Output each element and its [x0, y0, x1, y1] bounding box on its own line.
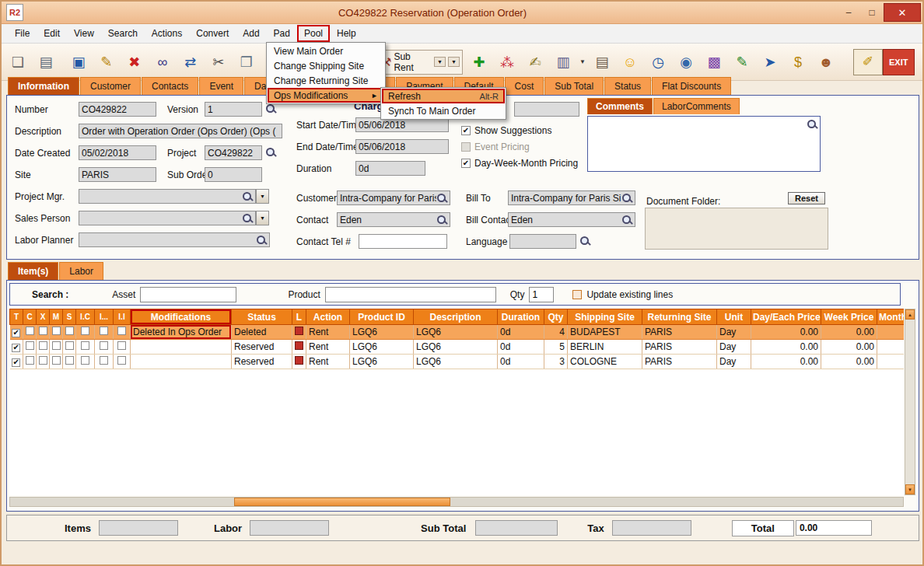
cell-check-s[interactable]: [63, 355, 76, 369]
checkbox-icon[interactable]: [81, 356, 89, 365]
checkbox-icon[interactable]: [461, 142, 471, 152]
checkbox-icon[interactable]: [52, 327, 61, 335]
day-week-month-pricing-checkbox[interactable]: ✔Day-Week-Month Pricing: [461, 155, 578, 171]
cell-status[interactable]: Reserved: [232, 355, 292, 369]
tab-sub-total[interactable]: Sub Total: [544, 77, 604, 95]
cell-description[interactable]: LGQ6: [414, 325, 498, 340]
cell-check-c[interactable]: [23, 355, 37, 369]
bill-contact-field[interactable]: Eden: [508, 212, 635, 227]
table-row[interactable]: ✔ReservedRentLGQ6LGQ60d5BERLINPARISDay0.…: [10, 340, 905, 355]
project-search-icon[interactable]: [265, 147, 276, 158]
menu-edit[interactable]: Edit: [37, 25, 67, 42]
table-row[interactable]: ✔Deleted In Ops OrderDeletedRentLGQ6LGQ6…: [10, 325, 905, 340]
cell-description[interactable]: LGQ6: [414, 355, 498, 369]
wand-button[interactable]: ✐: [853, 49, 883, 75]
scroll-down-icon[interactable]: ▼: [905, 484, 915, 494]
checkbox-icon[interactable]: [81, 341, 89, 350]
tab-item-s[interactable]: Item(s): [8, 262, 58, 280]
cell-month-price[interactable]: [877, 325, 905, 340]
cell-qty[interactable]: 4: [544, 325, 568, 340]
cell-action[interactable]: Rent: [306, 325, 350, 340]
labor-planner-field[interactable]: [79, 232, 270, 247]
cell-check-i-c[interactable]: [76, 355, 95, 369]
comments-search-icon[interactable]: [807, 119, 817, 130]
cell-check-m[interactable]: [50, 340, 63, 355]
copy-button[interactable]: ❐: [233, 49, 260, 75]
people-button[interactable]: ☻: [813, 49, 839, 75]
cell-day-each-price[interactable]: 0.00: [751, 355, 821, 369]
cell-check-t[interactable]: ✔: [10, 325, 23, 340]
checkbox-icon[interactable]: [65, 341, 74, 350]
cell-check-x[interactable]: [37, 355, 50, 369]
checkbox-icon[interactable]: [100, 341, 108, 350]
cards-dropdown-button[interactable]: ▼: [578, 49, 587, 75]
menu-item-ops-modifications[interactable]: Ops Modifications►: [268, 88, 384, 103]
menu-item-change-shipping-site[interactable]: Change Shipping Site: [268, 58, 384, 73]
cell-status[interactable]: Deleted: [232, 325, 292, 340]
cell-returning-site[interactable]: PARIS: [642, 340, 717, 355]
print-button[interactable]: ▤: [33, 49, 59, 75]
cell-description[interactable]: LGQ6: [414, 340, 498, 355]
cell-check-i-c[interactable]: [76, 340, 95, 355]
checkbox-icon[interactable]: [117, 327, 126, 335]
col-week-price[interactable]: Week Price: [821, 309, 877, 325]
cell-check-x[interactable]: [37, 340, 50, 355]
menu-pad[interactable]: Pad: [267, 25, 297, 42]
cell-unit[interactable]: Day: [717, 355, 751, 369]
checkbox-icon[interactable]: [52, 356, 61, 365]
contact-search-icon[interactable]: [436, 215, 447, 225]
col-i-c[interactable]: I.C: [76, 309, 95, 325]
col-action[interactable]: Action: [306, 309, 350, 325]
cell-check-i[interactable]: [95, 355, 114, 369]
checkbox-icon[interactable]: [117, 341, 126, 350]
checkbox-icon[interactable]: [26, 356, 34, 365]
reset-button[interactable]: Reset: [788, 192, 825, 204]
exit-button[interactable]: EXIT: [883, 49, 915, 75]
sub-rent-dropdown-icon[interactable]: ▼: [434, 57, 446, 67]
checkbox-icon[interactable]: ✔: [461, 159, 471, 168]
cell-check-i[interactable]: [95, 325, 114, 340]
language-search-icon[interactable]: [579, 236, 590, 246]
cell-returning-site[interactable]: PARIS: [642, 325, 717, 340]
contact-tel-field[interactable]: [359, 234, 447, 249]
cell-duration[interactable]: 0d: [498, 325, 544, 340]
version-search-icon[interactable]: [265, 103, 276, 114]
qty-input[interactable]: [529, 287, 554, 302]
checkbox-icon[interactable]: [117, 356, 126, 365]
cell-check-m[interactable]: [50, 355, 63, 369]
money-button[interactable]: $: [785, 49, 811, 75]
checkbox-icon[interactable]: [39, 341, 47, 350]
contact-field[interactable]: Eden: [337, 212, 450, 227]
cell-check-x[interactable]: [37, 325, 50, 340]
cell-modifications[interactable]: Deleted In Ops Order: [131, 325, 232, 340]
comments-textarea[interactable]: [587, 116, 821, 172]
duration-field[interactable]: 0d: [355, 161, 425, 176]
cell-check-c[interactable]: [23, 340, 37, 355]
checkbox-icon[interactable]: [26, 341, 34, 350]
vertical-scrollbar[interactable]: ▲ ▼: [905, 309, 915, 495]
cell-check-i-i[interactable]: [114, 325, 131, 340]
cell-shipping-site[interactable]: COLOGNE: [568, 355, 642, 369]
color-options-button[interactable]: ⁂: [494, 49, 520, 75]
col-returning-site[interactable]: Returning Site: [642, 309, 717, 325]
sub-rent-dropdown2-icon[interactable]: ▼: [448, 57, 460, 67]
tab-cost[interactable]: Cost: [505, 77, 544, 95]
col-status[interactable]: Status: [232, 309, 292, 325]
col-s[interactable]: S: [63, 309, 76, 325]
col-product-id[interactable]: Product ID: [350, 309, 414, 325]
menu-item-synch-to-main-order[interactable]: Synch To Main Order: [382, 103, 505, 118]
cell-check-s[interactable]: [63, 340, 76, 355]
cubes-button[interactable]: ▩: [701, 49, 727, 75]
menu-actions[interactable]: Actions: [145, 25, 189, 42]
menu-item-view-main-order[interactable]: View Main Order: [268, 44, 384, 58]
tab-labor[interactable]: Labor: [59, 262, 103, 280]
customer-field[interactable]: Intra-Company for Paris Si: [337, 190, 450, 205]
key-arrow-button[interactable]: ➤: [757, 49, 783, 75]
print-options-button[interactable]: ▤: [589, 49, 615, 75]
checkbox-icon[interactable]: [52, 341, 61, 350]
col-c[interactable]: C: [23, 309, 37, 325]
cards-stack-button[interactable]: ▥: [550, 49, 576, 75]
cell-month-price[interactable]: [877, 340, 905, 355]
cell-shipping-site[interactable]: BUDAPEST: [568, 325, 642, 340]
project-mgr-search-icon[interactable]: [242, 191, 253, 202]
